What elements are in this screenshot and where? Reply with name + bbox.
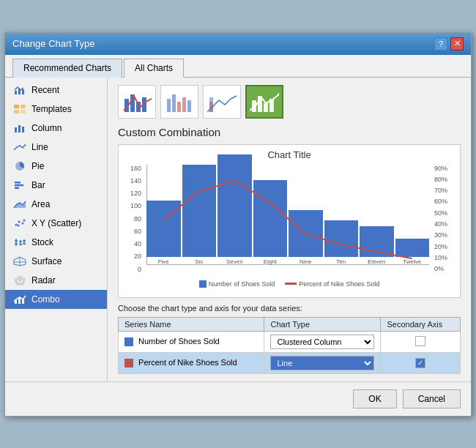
section-title: Custom Combination — [118, 126, 461, 138]
secondary-axis-cell-2: ✓ — [381, 352, 461, 373]
series-name-2: Percent of Nike Shoes Sold — [119, 352, 264, 373]
bar-ten — [324, 220, 359, 257]
bar-group-ten: Ten — [324, 220, 359, 265]
svg-point-15 — [15, 223, 18, 225]
bar-icon — [12, 179, 27, 191]
svg-rect-43 — [172, 94, 176, 112]
legend-label-shoes-sold: Number of Shoes Sold — [209, 280, 275, 288]
chart-preview: Chart Title 160 140 120 100 80 60 40 20 … — [118, 144, 461, 298]
bar-group-five: Five — [146, 201, 181, 265]
tab-all-charts[interactable]: All Charts — [124, 59, 184, 78]
bar-eight — [253, 180, 288, 257]
sidebar-item-recent[interactable]: Recent — [5, 81, 107, 100]
svg-rect-8 — [18, 125, 21, 132]
svg-rect-12 — [15, 184, 23, 186]
svg-marker-34 — [19, 278, 21, 280]
line-label: Line — [31, 142, 48, 152]
sidebar-item-radar[interactable]: Radar — [5, 271, 107, 290]
area-label: Area — [31, 199, 50, 209]
svg-rect-7 — [15, 127, 17, 132]
ok-button[interactable]: OK — [353, 389, 396, 408]
title-bar-buttons: ? ✕ — [434, 37, 464, 51]
bar-label: Bar — [31, 180, 45, 190]
secondary-axis-checkbox-2[interactable]: ✓ — [415, 358, 425, 368]
chart-type-4[interactable] — [245, 85, 283, 119]
svg-rect-44 — [177, 102, 181, 112]
xyscatter-label: X Y (Scatter) — [31, 218, 81, 228]
series-indicator-1 — [124, 337, 133, 346]
dropdown-2: Line Clustered Column — [270, 356, 374, 370]
change-chart-type-dialog: Change Chart Type ? ✕ Recommended Charts… — [4, 32, 472, 417]
secondary-axis-checkbox-1[interactable] — [415, 336, 425, 346]
surface-icon — [12, 255, 27, 267]
sidebar-item-stock[interactable]: Stock — [5, 233, 107, 252]
legend-color-shoes-sold — [199, 280, 207, 288]
chart-legend: Number of Shoes Sold Percent of Nike Sho… — [123, 280, 455, 288]
legend-item-shoes-sold: Number of Shoes Sold — [199, 280, 275, 288]
series-indicator-2 — [124, 359, 133, 367]
cancel-button[interactable]: Cancel — [403, 389, 461, 408]
bar-seven — [217, 154, 252, 257]
legend-color-nike-pct — [285, 283, 297, 285]
svg-rect-1 — [18, 89, 21, 94]
chart-type-3[interactable] — [203, 85, 241, 119]
pie-label: Pie — [31, 161, 44, 171]
combo-label: Combo — [31, 294, 60, 305]
legend-item-nike-pct: Percent of Nike Shoes Sold — [285, 280, 379, 288]
secondary-axis-cell-1 — [381, 331, 461, 352]
chart-inner: Five Six Seven — [144, 163, 432, 277]
dialog-footer: OK Cancel — [5, 381, 471, 416]
svg-rect-3 — [14, 105, 19, 108]
chart-type-select-1[interactable]: Clustered Column Line — [270, 335, 374, 349]
templates-icon — [12, 103, 27, 115]
bar-six — [182, 165, 217, 257]
svg-rect-45 — [182, 97, 186, 112]
sidebar-item-area[interactable]: Area — [5, 195, 107, 214]
sidebar-item-templates[interactable]: Templates — [5, 100, 107, 119]
svg-point-17 — [22, 222, 24, 224]
svg-rect-5 — [14, 110, 19, 113]
y-axis-left: 160 140 120 100 80 60 40 20 0 — [123, 165, 144, 273]
svg-point-19 — [23, 219, 26, 221]
close-button[interactable]: ✕ — [450, 37, 464, 51]
combo-icon — [12, 294, 27, 305]
chart-type-cell-2: Line Clustered Column — [264, 352, 381, 373]
area-icon — [12, 198, 27, 210]
series-name-1: Number of Shoes Sold — [119, 331, 264, 352]
stock-label: Stock — [31, 237, 53, 247]
svg-rect-4 — [21, 105, 26, 108]
legend-label-nike-pct: Percent of Nike Shoes Sold — [299, 280, 379, 288]
radar-icon — [12, 275, 27, 286]
series-table: Series Name Chart Type Secondary Axis Nu… — [118, 317, 461, 374]
sidebar-item-surface[interactable]: Surface — [5, 252, 107, 271]
dropdown-1: Clustered Column Line — [270, 335, 374, 349]
svg-rect-2 — [22, 89, 24, 94]
series-row-1: Number of Shoes Sold Clustered Column Li… — [119, 331, 461, 352]
series-section-label: Choose the chart type and axis for your … — [118, 304, 461, 313]
chart-type-2[interactable] — [160, 85, 198, 119]
sidebar-item-pie[interactable]: Pie — [5, 157, 107, 176]
sidebar-item-xyscatter[interactable]: X Y (Scatter) — [5, 214, 107, 233]
dialog-body: Recent Templates Column Li — [5, 78, 471, 381]
svg-rect-51 — [264, 103, 268, 112]
main-content: Custom Combination Chart Title 160 140 1… — [108, 78, 471, 381]
sidebar-item-bar[interactable]: Bar — [5, 176, 107, 195]
chart-type-select-2[interactable]: Line Clustered Column — [270, 356, 374, 370]
sidebar-item-combo[interactable]: Combo — [5, 290, 107, 309]
column-icon — [12, 122, 27, 134]
svg-point-16 — [18, 220, 21, 223]
recent-icon — [12, 84, 27, 96]
bar-group-seven: Seven — [217, 154, 252, 265]
bar-group-eleven: Eleven — [360, 226, 394, 265]
help-button[interactable]: ? — [434, 37, 447, 51]
pie-icon — [12, 160, 27, 172]
chart-type-1[interactable] — [118, 85, 156, 119]
sidebar-item-column[interactable]: Column — [5, 119, 107, 138]
bars-container: Five Six Seven — [144, 163, 432, 265]
tab-bar: Recommended Charts All Charts — [5, 55, 471, 78]
svg-rect-9 — [22, 127, 24, 132]
bar-eleven — [360, 226, 394, 257]
sidebar-item-line[interactable]: Line — [5, 138, 107, 157]
tab-recommended-charts[interactable]: Recommended Charts — [12, 59, 122, 78]
bar-group-nine: Nine — [289, 210, 323, 265]
